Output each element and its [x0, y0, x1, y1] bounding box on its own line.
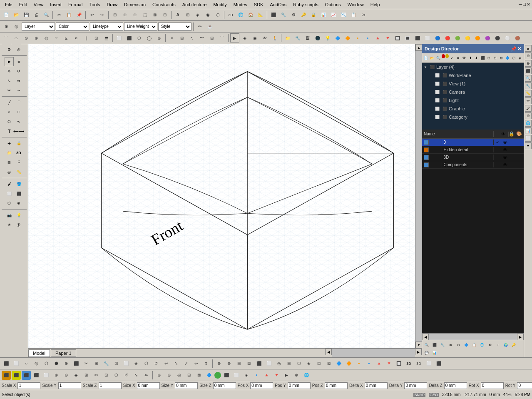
bt2-29[interactable]: ▶	[282, 371, 291, 380]
bt1-7[interactable]: ⊕	[62, 359, 71, 368]
prop-btn[interactable]: 🔧	[293, 33, 302, 42]
menu-options[interactable]: Options	[322, 1, 344, 8]
bt1-11[interactable]: 🔧	[102, 359, 111, 368]
lt-settings[interactable]: ⚙	[5, 45, 14, 54]
dd-yellow[interactable]	[445, 54, 449, 58]
snap-node[interactable]: ⊡	[92, 33, 101, 42]
bt2-16[interactable]: ⊕	[154, 371, 164, 380]
fillet-tool[interactable]: ⌒	[217, 33, 226, 42]
bt2-1[interactable]: ⬛	[2, 371, 11, 380]
layer-row-hidden[interactable]: Hidden detail 👁	[422, 146, 524, 154]
lt-lock[interactable]: 🔒	[14, 139, 23, 148]
bt1-21[interactable]: ⇕	[201, 359, 211, 368]
tree-light[interactable]: ⬜ ⬛ Light	[422, 96, 524, 105]
dd-bi-11[interactable]: 🌍	[502, 341, 510, 349]
lt-comp[interactable]: ⊕	[14, 199, 23, 208]
dd-bi-12[interactable]: 🔑	[510, 341, 517, 349]
dd-b[interactable]: ⊞	[486, 54, 492, 62]
tb-btn-ii[interactable]: ⚪	[503, 33, 512, 42]
dd-c[interactable]: ⊡	[492, 54, 498, 62]
dd-bi-14[interactable]: 📊	[431, 349, 438, 357]
tab-paper1[interactable]: Paper 1	[51, 349, 76, 357]
canvas-area[interactable]: Front	[28, 44, 415, 348]
star-tool[interactable]: ✦	[167, 33, 177, 42]
rs-btn7[interactable]: 📏	[525, 90, 532, 97]
bt1-23[interactable]: ⊖	[224, 359, 234, 368]
lt-snap[interactable]: ◎	[14, 45, 23, 54]
bt2-30[interactable]: ⊕	[292, 371, 301, 380]
prop-scalex[interactable]	[17, 382, 40, 389]
bt2-26[interactable]: 🔹	[252, 371, 261, 380]
bt1-38[interactable]: 🔺	[374, 359, 383, 368]
tb-btn-l[interactable]: 🔒	[309, 10, 318, 20]
bt2-3[interactable]: ⬛	[22, 371, 31, 380]
bt1-14[interactable]: ◈	[132, 359, 141, 368]
light-btn[interactable]: 💡	[323, 33, 332, 42]
mug-btn[interactable]: ☕	[205, 22, 214, 31]
menu-addons[interactable]: AddOns	[266, 1, 290, 8]
bt1-41[interactable]: 3D	[404, 359, 413, 368]
bt1-34[interactable]: 🔷	[334, 359, 343, 368]
bt2-31[interactable]: 🌐	[302, 371, 311, 380]
tb-btn-h[interactable]: ⬛	[269, 10, 278, 20]
lt-tex[interactable]: ⬛	[14, 189, 23, 198]
rs-btn14[interactable]: ▼	[525, 142, 532, 149]
tree-view[interactable]: ⬜ ⬛ View (1)	[422, 80, 524, 88]
snap-mid[interactable]: ⌓	[12, 33, 21, 42]
rs-btn4[interactable]: ⬛	[525, 67, 532, 74]
dd-eye[interactable]: 👁	[461, 54, 467, 62]
linetype-dropdown[interactable]: Linetype	[90, 22, 123, 31]
lt-grid[interactable]: ⊞	[5, 158, 14, 167]
bt1-25[interactable]: ⊠	[244, 359, 254, 368]
bt1-32[interactable]: ⊡	[314, 359, 323, 368]
bt1-22[interactable]: ⊕	[214, 359, 224, 368]
lt-poly[interactable]: ⬡	[5, 117, 14, 126]
lt-snap2[interactable]: ◎	[5, 167, 14, 177]
bt2-25[interactable]: ◈	[242, 371, 251, 380]
snap-tang[interactable]: ⌔	[52, 33, 61, 42]
walk-btn[interactable]: 🚶	[270, 33, 279, 42]
tb-btn-y[interactable]: 🔳	[403, 33, 412, 42]
bt2-20[interactable]: ⊠	[194, 371, 204, 380]
bt2-27[interactable]: 🔺	[262, 371, 271, 380]
dd-bi-4[interactable]: ⊕	[447, 341, 454, 349]
rs-btn2[interactable]: ⊕	[525, 52, 532, 59]
bt1-26[interactable]: ⬛	[254, 359, 264, 368]
dd-g[interactable]: ◈	[517, 54, 523, 62]
lt-light2[interactable]: 💡	[14, 211, 23, 220]
bt1-19[interactable]: ⤢	[181, 359, 191, 368]
rs-btn6[interactable]: 🔧	[525, 82, 532, 89]
lt-scale[interactable]: ⤡	[5, 76, 14, 85]
look-btn[interactable]: 👁	[260, 33, 269, 42]
zoom-sel-btn[interactable]: ⊟	[160, 10, 169, 20]
lt-select[interactable]: ▶	[5, 57, 14, 66]
open-btn[interactable]: 📂	[12, 10, 21, 20]
draw-tool1[interactable]: ⬜	[114, 33, 124, 42]
lt-extend[interactable]: ↔	[14, 86, 23, 95]
grid-btn[interactable]: ⊞	[183, 10, 192, 20]
tb-btn-hh[interactable]: ⚫	[493, 33, 502, 42]
tb-btn-n[interactable]: 📈	[329, 10, 338, 20]
dd-check[interactable]: ✓	[449, 54, 455, 62]
prop-deltaz[interactable]	[444, 382, 467, 389]
lt-rect[interactable]: □	[14, 107, 23, 117]
tb-btn-f[interactable]: 🏠	[246, 10, 255, 20]
lt-rotate[interactable]: ↺	[14, 67, 23, 76]
dd-a[interactable]: ⬛	[480, 54, 486, 62]
bt1-44[interactable]: ⬛	[434, 359, 443, 368]
snap-btn[interactable]: ◎	[12, 22, 21, 31]
bt1-9[interactable]: ✂	[82, 359, 91, 368]
menu-modify[interactable]: Modify	[210, 1, 230, 8]
bt1-27[interactable]: ⬜	[264, 359, 273, 368]
tb-btn-r[interactable]: 🔷	[333, 33, 342, 42]
save-btn[interactable]: 💾	[22, 10, 31, 20]
bt1-1[interactable]: ⬛	[2, 359, 11, 368]
lt-atm[interactable]: 🌫	[14, 220, 23, 229]
dd-bi-13[interactable]: 💬	[423, 349, 430, 357]
rs-btn13[interactable]: ⬜	[525, 135, 532, 142]
lt-text[interactable]: T	[5, 127, 14, 136]
scroll-track-v[interactable]	[415, 51, 422, 342]
rs-btn9[interactable]: 🖊	[525, 105, 532, 112]
bt1-31[interactable]: ◈	[304, 359, 313, 368]
bt2-15[interactable]: ⇔	[142, 371, 151, 380]
